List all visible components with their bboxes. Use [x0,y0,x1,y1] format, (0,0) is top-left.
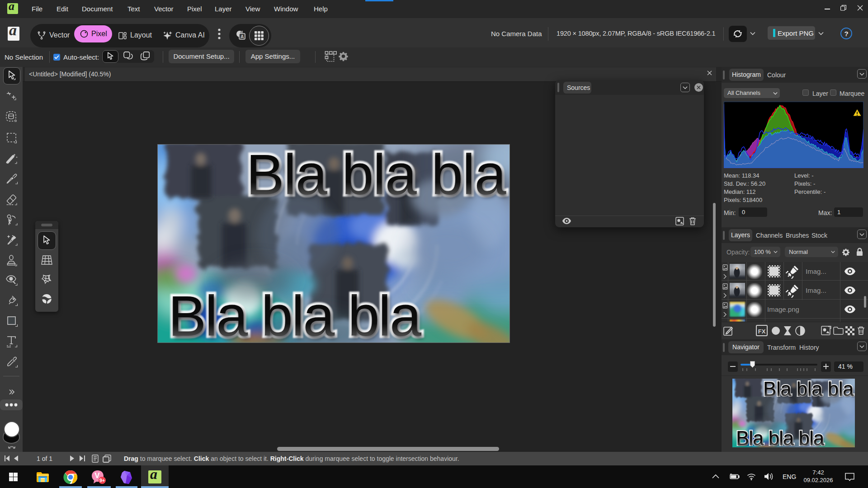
svg-text:9+: 9+ [99,478,105,483]
svg-text:A: A [241,34,244,39]
